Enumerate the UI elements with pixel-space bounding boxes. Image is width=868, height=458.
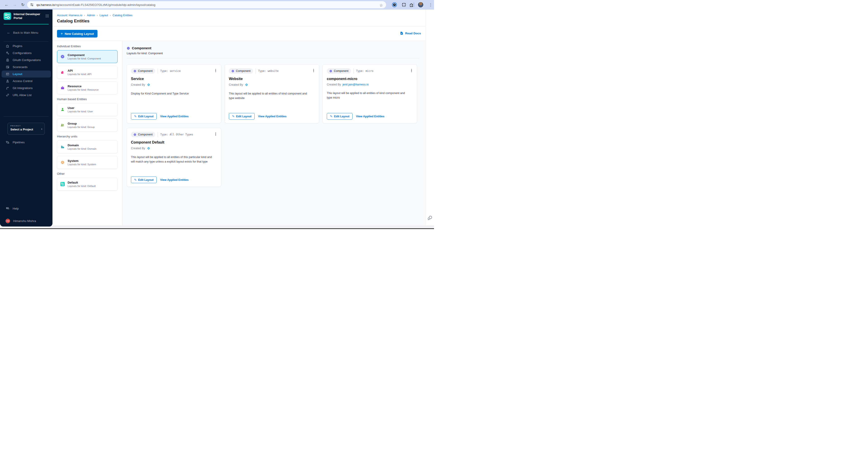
gear-icon	[60, 160, 65, 165]
layout-card-component-default: Component Type: All Other Types Componen…	[127, 128, 221, 187]
sidebar-item-configurations[interactable]: Configurations	[0, 50, 53, 57]
spinner-extension-icon[interactable]	[401, 2, 406, 7]
onepassword-extension-icon[interactable]	[392, 2, 397, 7]
pencil-icon: ✎	[232, 115, 235, 118]
edit-layout-button[interactable]: ✎Edit Layout	[131, 176, 157, 183]
chip-icon	[133, 133, 136, 136]
layouts-area: Component Layouts for kind: Component Co…	[122, 41, 425, 225]
sidebar-item-scorecards[interactable]: Scorecards	[0, 64, 53, 70]
module-grid-icon[interactable]	[45, 14, 49, 18]
plus-icon: +	[61, 31, 63, 36]
chevron-right-icon: ›	[97, 13, 98, 17]
layout-title: Website	[229, 77, 315, 81]
page-title: Catalog Entities	[57, 19, 90, 24]
separator	[255, 68, 256, 73]
content-area: Account: Harness.io › Admin › Layout › C…	[53, 9, 434, 225]
chip-icon	[231, 70, 234, 72]
sidebar-item-plugins[interactable]: Plugins	[0, 42, 53, 50]
site-info-icon[interactable]	[30, 3, 34, 6]
sidebar-item-oauth-configurations[interactable]: OAuth Configurations	[0, 57, 53, 64]
edit-layout-button[interactable]: ✎Edit Layout	[327, 113, 352, 120]
layout-title: component-micro	[327, 77, 413, 81]
user-icon	[60, 107, 65, 112]
reload-button[interactable]: ↻	[20, 0, 26, 9]
chip-icon	[329, 70, 332, 72]
entity-kind-group[interactable]: Group Layouts for kind: Group	[57, 119, 118, 132]
back-button[interactable]: ←	[3, 0, 10, 9]
gears-icon	[6, 51, 9, 55]
bookmark-star-icon[interactable]: ☆	[379, 3, 383, 8]
created-by: Created By jenil.jain@harness.io	[327, 83, 413, 86]
chip-icon	[60, 55, 65, 59]
new-catalog-layout-button[interactable]: + New Catalog Layout	[57, 30, 97, 37]
forward-button[interactable]: →	[11, 0, 18, 9]
entity-kind-component[interactable]: Component Layouts for kind: Component	[57, 50, 118, 63]
briefcase-icon	[60, 86, 65, 90]
layout-card-service: Component Type: service Service Created …	[127, 64, 221, 123]
created-by: Created By	[131, 83, 217, 87]
sidebar-user[interactable]: HM Himanshu Mishra	[0, 218, 53, 225]
kind-subheading: Layouts for kind: Component	[127, 52, 163, 55]
back-arrow-icon: ←	[7, 31, 10, 35]
harness-logo-icon	[147, 146, 150, 150]
entity-kind-resource[interactable]: Resource Layouts for kind: Resource	[57, 81, 118, 94]
sidebar-item-url-allow-list[interactable]: URL Allow List	[0, 92, 53, 99]
view-applied-entities-link[interactable]: View Applied Entities	[258, 115, 286, 118]
kebab-menu[interactable]	[214, 131, 217, 137]
sidebar-item-git-integrations[interactable]: Git Integrations	[0, 85, 53, 92]
section-heading: Individual Entities	[57, 44, 122, 48]
sidebar-item-pipelines[interactable]: Pipelines	[0, 139, 53, 146]
profile-avatar[interactable]	[417, 2, 424, 8]
sidebar-item-layout[interactable]: Layout	[2, 70, 51, 77]
read-docs-link[interactable]: Read Docs	[400, 31, 421, 35]
type-label: Type: micro	[356, 69, 373, 72]
extensions-puzzle-icon[interactable]	[409, 2, 414, 7]
breadcrumb-layout[interactable]: Layout	[99, 14, 108, 17]
kind-badge: Component	[229, 68, 253, 74]
kind-heading: Component	[132, 46, 151, 50]
kebab-menu[interactable]	[312, 67, 315, 73]
back-to-main-menu[interactable]: ← Back to Main Menu	[7, 31, 38, 35]
harness-logo-icon	[147, 83, 150, 87]
breadcrumb-catalog-entities[interactable]: Catalog Entities	[113, 14, 132, 17]
lock-icon	[6, 58, 9, 62]
project-selector[interactable]: PROJECT Select a Project ›	[7, 123, 45, 135]
breadcrumb: Account: Harness.io › Admin › Layout › C…	[57, 13, 132, 17]
address-bar[interactable]: qa.harness.io/ng/account/zEaak-FLS425IEO…	[27, 1, 386, 8]
creator-email-link[interactable]: jenil.jain@harness.io	[343, 83, 369, 86]
screen-bottom-edge	[0, 228, 434, 229]
chip-icon	[127, 46, 130, 50]
view-applied-entities-link[interactable]: View Applied Entities	[356, 115, 384, 118]
sidebar-item-help[interactable]: ? Help	[0, 205, 53, 212]
chip-icon	[133, 70, 136, 72]
layout-card-website: Component Type: website Website Created …	[224, 64, 319, 123]
entity-kind-default[interactable]: Default Layouts for kind: Default	[57, 178, 118, 191]
view-applied-entities-link[interactable]: View Applied Entities	[160, 178, 189, 182]
buildings-icon	[60, 145, 65, 149]
breadcrumb-account[interactable]: Account: Harness.io	[57, 14, 82, 17]
section-heading: Other	[57, 172, 122, 175]
breadcrumb-admin[interactable]: Admin	[87, 14, 95, 17]
brand-title: Internal Developer Portal	[13, 12, 40, 20]
layout-description: This layout will be applied to all entit…	[229, 91, 311, 100]
entity-kind-domain[interactable]: Domain Layouts for kind: Domain	[57, 140, 118, 153]
kind-badge: Component	[131, 132, 155, 137]
pipelines-icon	[6, 140, 9, 144]
scorecard-icon	[6, 65, 9, 69]
entity-kind-user[interactable]: User Layouts for kind: User	[57, 103, 118, 116]
kebab-menu[interactable]	[214, 67, 217, 73]
support-chat-icon[interactable]	[427, 215, 433, 221]
kind-badge: Component	[327, 68, 351, 74]
layout-description: This layout will be applied to all entit…	[131, 155, 214, 164]
sidebar-item-access-control[interactable]: Access Control	[0, 77, 53, 85]
edit-layout-button[interactable]: ✎Edit Layout	[229, 113, 255, 120]
edit-layout-button[interactable]: ✎Edit Layout	[131, 113, 157, 120]
entity-kind-system[interactable]: System Layouts for kind: System	[57, 156, 118, 169]
entity-kind-api[interactable]: API Layouts for kind: API	[57, 66, 118, 79]
section-heading: Human based Entities	[57, 97, 122, 101]
browser-menu-button[interactable]: ⋮	[428, 0, 433, 9]
harness-logo-icon	[245, 83, 248, 87]
help-chat-icon: ?	[6, 207, 9, 210]
view-applied-entities-link[interactable]: View Applied Entities	[160, 115, 189, 118]
kebab-menu[interactable]	[410, 67, 413, 73]
